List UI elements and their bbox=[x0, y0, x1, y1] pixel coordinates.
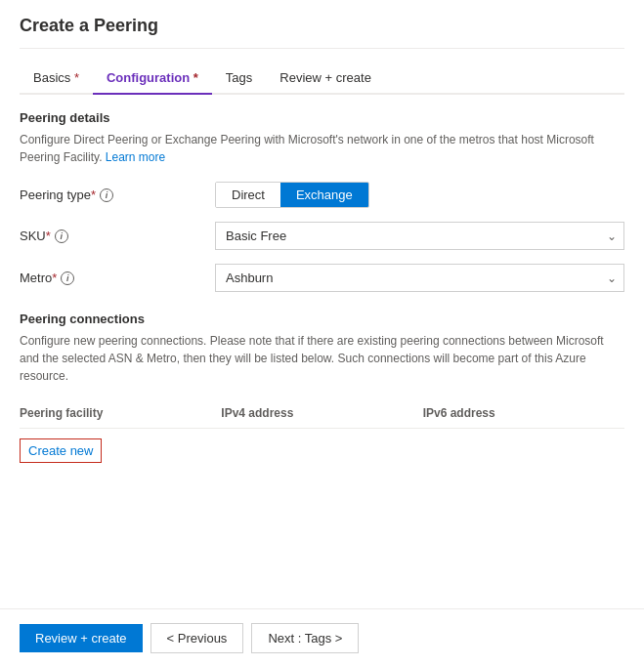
previous-button[interactable]: < Previous bbox=[150, 623, 244, 653]
col-header-ipv6: IPv6 address bbox=[423, 406, 624, 420]
review-create-button[interactable]: Review + create bbox=[20, 624, 143, 652]
peering-type-toggle-group[interactable]: Direct Exchange bbox=[215, 182, 369, 208]
learn-more-link[interactable]: Learn more bbox=[106, 150, 165, 164]
peering-type-info-icon[interactable]: i bbox=[100, 188, 113, 202]
divider bbox=[20, 48, 624, 49]
sku-select-wrapper: Basic Free ⌄ bbox=[215, 222, 624, 250]
col-header-ipv4: IPv4 address bbox=[221, 406, 422, 420]
next-button[interactable]: Next : Tags > bbox=[251, 623, 359, 653]
tab-basics[interactable]: Basics * bbox=[20, 63, 93, 95]
metro-select[interactable]: Ashburn bbox=[215, 264, 624, 292]
tab-configuration[interactable]: Configuration * bbox=[93, 63, 212, 95]
peering-connections-section: Peering connections Configure new peerin… bbox=[20, 312, 624, 463]
main-content: Create a Peering Basics * Configuration … bbox=[0, 0, 644, 608]
metro-info-icon[interactable]: i bbox=[61, 271, 74, 285]
metro-label: Metro * i bbox=[20, 271, 215, 285]
metro-row: Metro * i Ashburn ⌄ bbox=[20, 264, 624, 292]
peering-details-section: Peering details Configure Direct Peering… bbox=[20, 110, 624, 292]
connections-table-header: Peering facility IPv4 address IPv6 addre… bbox=[20, 398, 624, 429]
peering-type-label: Peering type * i bbox=[20, 188, 215, 202]
tab-review-create[interactable]: Review + create bbox=[266, 63, 385, 95]
toggle-direct[interactable]: Direct bbox=[216, 183, 280, 207]
page-title: Create a Peering bbox=[20, 16, 624, 36]
col-header-facility: Peering facility bbox=[20, 406, 221, 420]
peering-details-title: Peering details bbox=[20, 110, 624, 125]
sku-info-icon[interactable]: i bbox=[55, 229, 68, 243]
peering-details-desc: Configure Direct Peering or Exchange Pee… bbox=[20, 131, 624, 166]
page-wrapper: Create a Peering Basics * Configuration … bbox=[0, 0, 644, 667]
metro-control: Ashburn ⌄ bbox=[215, 264, 624, 292]
connections-title: Peering connections bbox=[20, 312, 624, 326]
connections-desc: Configure new peering connections. Pleas… bbox=[20, 332, 624, 385]
sku-control: Basic Free ⌄ bbox=[215, 222, 624, 250]
tab-tags[interactable]: Tags bbox=[212, 63, 266, 95]
peering-type-row: Peering type * i Direct Exchange bbox=[20, 182, 624, 208]
metro-select-wrapper: Ashburn ⌄ bbox=[215, 264, 624, 292]
sku-label: SKU * i bbox=[20, 229, 215, 243]
create-new-button[interactable]: Create new bbox=[20, 438, 102, 463]
sku-row: SKU * i Basic Free ⌄ bbox=[20, 222, 624, 250]
tabs-nav: Basics * Configuration * Tags Review + c… bbox=[20, 63, 624, 95]
sku-select[interactable]: Basic Free bbox=[215, 222, 624, 250]
toggle-exchange[interactable]: Exchange bbox=[280, 183, 368, 207]
peering-type-toggle: Direct Exchange bbox=[215, 182, 624, 208]
footer: Review + create < Previous Next : Tags > bbox=[0, 608, 644, 667]
